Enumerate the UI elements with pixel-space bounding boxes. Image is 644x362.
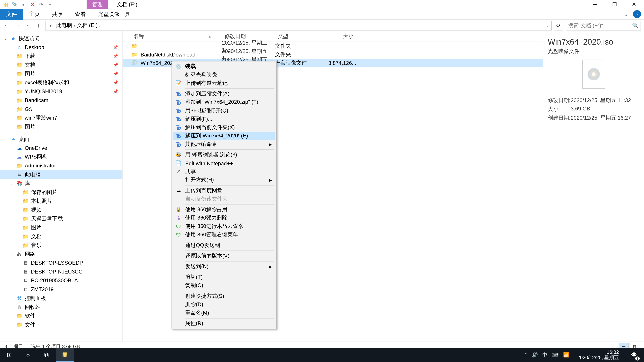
context-menu-item[interactable]: ☁上传到百度网盘: [173, 186, 276, 195]
tree-item[interactable]: 📁文件: [0, 320, 122, 329]
qat-delete-icon[interactable]: ✕: [28, 0, 36, 8]
tree-item[interactable]: 📁文档: [0, 232, 122, 241]
search-button[interactable]: ⌕: [18, 348, 37, 362]
context-menu-item[interactable]: 复制(C): [173, 281, 276, 290]
file-row[interactable]: 📁 BaiduNetdiskDownload 2020/12/25, 星期五 1…: [123, 50, 543, 59]
context-menu-item[interactable]: 📄Edit with Notepad++: [173, 159, 276, 167]
taskbar-clock[interactable]: 16:32 2020/12/25, 星期五: [574, 350, 622, 360]
tray-keyboard-icon[interactable]: ⌨: [552, 352, 559, 358]
tree-item[interactable]: ⌄📚库: [0, 179, 122, 188]
context-menu-item[interactable]: 🗜解压到当前文件夹(X): [173, 123, 276, 132]
tree-item[interactable]: 📁文档📌: [0, 60, 122, 69]
context-menu-item[interactable]: 🗜用360压缩打开(Q): [173, 106, 276, 115]
tree-item[interactable]: 📁图片: [0, 223, 122, 232]
qat-pin-icon[interactable]: 📎: [10, 0, 18, 8]
context-menu-item[interactable]: 🗜添加到 "Win7x64_2020.zip" (T): [173, 98, 276, 106]
context-menu-item[interactable]: ↗共享: [173, 167, 276, 176]
tree-item[interactable]: 📁excel表格制作求和📌: [0, 78, 122, 87]
back-button[interactable]: ←: [3, 22, 10, 28]
context-menu-item[interactable]: 🗑使用 360强力删除: [173, 214, 276, 222]
up-button[interactable]: ↑: [34, 22, 42, 28]
context-menu-item[interactable]: 🐝用 蜂蜜浏览器 浏览(3): [173, 151, 276, 159]
context-menu-item[interactable]: 💿装载: [173, 62, 276, 71]
context-menu-item[interactable]: 📝上传到有道云笔记: [173, 79, 276, 87]
context-menu-item[interactable]: 创建快捷方式(S): [173, 292, 276, 300]
expand-icon[interactable]: ⌄: [3, 137, 9, 141]
context-menu-item[interactable]: 🗜添加到压缩文件(A)...: [173, 90, 276, 98]
qat-undo-icon[interactable]: ↷: [37, 0, 45, 8]
tree-item[interactable]: 📁Bandicam: [0, 96, 122, 105]
search-input[interactable]: [568, 22, 632, 28]
tree-item[interactable]: 📁win7重装win7: [0, 113, 122, 122]
tree-item[interactable]: 📁图片📌: [0, 69, 122, 78]
context-menu-item[interactable]: 重命名(M): [173, 309, 276, 317]
taskbar-explorer[interactable]: ▦: [56, 348, 74, 362]
tree-item[interactable]: 🖥DESKTOP-LSSOEDP: [0, 258, 122, 267]
forward-button[interactable]: →: [13, 22, 21, 28]
tray-ime[interactable]: 中: [542, 352, 547, 358]
maximize-button[interactable]: ☐: [605, 0, 624, 9]
column-date[interactable]: 修改日期: [222, 33, 275, 40]
context-menu-item[interactable]: 打开方式(H)▶: [173, 176, 276, 184]
column-name[interactable]: 名称▲: [131, 33, 222, 40]
context-menu-item[interactable]: 🛡使用 360进行木马云查杀: [173, 222, 276, 231]
breadcrumb-item[interactable]: 文档 (E:): [77, 22, 98, 29]
start-button[interactable]: ⊞: [0, 348, 18, 362]
tray-chevron-up-icon[interactable]: ˄: [524, 352, 527, 358]
tab-disc-tool[interactable]: 光盘映像工具: [92, 8, 136, 19]
task-view-button[interactable]: ⧉: [37, 348, 56, 362]
context-menu-item[interactable]: 属性(R): [173, 320, 276, 328]
tree-item[interactable]: 🖥Desktop📌: [0, 43, 122, 52]
breadcrumb[interactable]: ▸ 此电脑› 文档 (E:)› ⌄: [45, 21, 552, 30]
tab-share[interactable]: 共享: [46, 8, 69, 19]
tree-item[interactable]: 📁天翼云盘下载: [0, 214, 122, 223]
column-type[interactable]: 类型: [275, 33, 321, 40]
tree-item[interactable]: 🛠控制面板: [0, 294, 122, 303]
tray-volume-icon[interactable]: 🔊: [532, 352, 538, 358]
context-menu-item[interactable]: 🗜解压到 Win7x64_2020\ (E): [173, 132, 276, 140]
context-menu-item[interactable]: 剪切(T): [173, 273, 276, 281]
context-menu-item[interactable]: 通过QQ发送到: [173, 241, 276, 250]
tab-home[interactable]: 主页: [23, 8, 46, 19]
tree-item[interactable]: 📁YUNQISHI2019📌: [0, 87, 122, 96]
context-menu-item[interactable]: 🛡使用 360管理右键菜单: [173, 231, 276, 239]
nav-tree[interactable]: ⌄★快速访问🖥Desktop📌📁下载📌📁文档📌📁图片📌📁excel表格制作求和📌…: [0, 31, 123, 341]
tree-item[interactable]: 📁保存的图片: [0, 188, 122, 197]
qat-dropdown-icon[interactable]: ▾: [46, 0, 54, 8]
tree-item[interactable]: ☁OneDrive: [0, 144, 122, 152]
close-button[interactable]: ✕: [624, 0, 644, 9]
tree-item[interactable]: 📁图片: [0, 122, 122, 131]
recent-dropdown-icon[interactable]: ▾: [24, 23, 32, 27]
minimize-button[interactable]: ─: [585, 0, 605, 9]
tree-item[interactable]: 📁视频: [0, 205, 122, 214]
search-box[interactable]: 🔍: [566, 21, 641, 30]
expand-icon[interactable]: ⌄: [9, 252, 15, 256]
tab-file[interactable]: 文件: [0, 8, 23, 19]
tree-item[interactable]: 🖥DESKTOP-NJEU3CG: [0, 267, 122, 276]
context-menu-item[interactable]: 🗜解压到(F)...: [173, 115, 276, 123]
chevron-right-icon[interactable]: ›: [99, 23, 100, 27]
tree-item[interactable]: 🖥ZMT2019: [0, 285, 122, 294]
tree-item[interactable]: 📁G:\: [0, 105, 122, 114]
tab-view[interactable]: 查看: [69, 8, 92, 19]
qat-save-icon[interactable]: ▾: [20, 0, 27, 8]
breadcrumb-item[interactable]: 此电脑: [56, 22, 72, 29]
tree-item[interactable]: ⌄🖥桌面: [0, 135, 122, 144]
tree-item[interactable]: 🖥PC-20190530OBLA: [0, 276, 122, 285]
tree-item[interactable]: 📁Administrator: [0, 161, 122, 170]
action-center-button[interactable]: 💬3: [627, 348, 641, 362]
ribbon-expand-icon[interactable]: ⌄: [624, 12, 628, 16]
help-icon[interactable]: ?: [633, 10, 641, 18]
file-row[interactable]: 📁 1 2020/12/15, 星期二 1... 文件夹: [123, 42, 543, 50]
context-menu-item[interactable]: 发送到(N)▶: [173, 263, 276, 271]
tree-item[interactable]: 📁软件: [0, 311, 122, 320]
search-icon[interactable]: 🔍: [632, 22, 639, 28]
tree-item[interactable]: 📁下载📌: [0, 52, 122, 60]
context-menu-item[interactable]: 删除(D): [173, 300, 276, 309]
chevron-right-icon[interactable]: ›: [74, 23, 75, 27]
tree-item[interactable]: 🗑回收站: [0, 303, 122, 312]
context-menu-item[interactable]: 🗜其他压缩命令▶: [173, 140, 276, 148]
breadcrumb-dropdown-icon[interactable]: ⌄: [546, 23, 550, 27]
expand-icon[interactable]: ⌄: [9, 181, 15, 185]
context-menu-item[interactable]: 🔓使用 360解除占用: [173, 205, 276, 214]
